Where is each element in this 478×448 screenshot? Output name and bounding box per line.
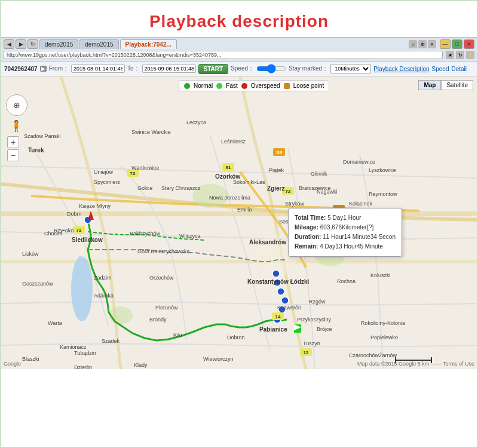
from-input[interactable] bbox=[71, 65, 125, 73]
extension-icon[interactable]: ⚡ bbox=[466, 51, 474, 59]
star-icon[interactable]: ☆ bbox=[409, 40, 417, 48]
svg-point-4 bbox=[192, 184, 228, 208]
duration-label: Duration: bbox=[295, 234, 321, 240]
street-view-person[interactable]: 🧍 bbox=[10, 119, 23, 133]
speed-tab[interactable]: Speed bbox=[432, 66, 449, 72]
bottom-area bbox=[1, 369, 477, 379]
google-watermark: Google bbox=[4, 361, 21, 367]
speed-label: Speed： bbox=[231, 65, 254, 73]
back-button[interactable]: ◀ bbox=[4, 39, 14, 49]
duration-value: 11 Hour14 Minute34 Secon bbox=[323, 234, 396, 240]
svg-point-11 bbox=[278, 306, 286, 313]
info-popup: Total Time: 5 Day1 Hour Mileage: 603.676… bbox=[288, 208, 402, 257]
settings-icon[interactable]: ⚙ bbox=[418, 40, 427, 48]
arrow-label: ▶ bbox=[40, 66, 47, 72]
legend-loose-dot bbox=[284, 83, 290, 89]
svg-point-3 bbox=[71, 256, 93, 321]
total-time-row: Total Time: 5 Day1 Hour bbox=[295, 213, 396, 223]
svg-rect-0 bbox=[1, 76, 477, 369]
map-legend: Normal Fast Overspeed Loose point bbox=[179, 80, 329, 91]
legend-overspeed-label: Overspeed bbox=[251, 82, 280, 89]
browser-chrome: ◀ ▶ ↻ demo2015 demo2015 Playback:7042...… bbox=[1, 37, 477, 62]
mileage-row: Mileage: 603.676Kilometer[?] bbox=[295, 223, 396, 232]
from-label: From： bbox=[49, 65, 69, 73]
tab-playback[interactable]: Playback:7042... bbox=[120, 39, 177, 49]
url-row: http://www.19gps.net/user/playback.html?… bbox=[4, 51, 474, 59]
mileage-value: 603.676Kilometer[?] bbox=[320, 224, 374, 231]
minimize-button[interactable]: — bbox=[440, 39, 451, 49]
mileage-label: Mileage: bbox=[295, 224, 318, 231]
browser-tabs-row: ◀ ▶ ↻ demo2015 demo2015 Playback:7042...… bbox=[4, 39, 474, 49]
page-wrapper: Playback description ◀ ▶ ↻ demo2015 demo… bbox=[0, 0, 478, 448]
legend-normal-label: Normal bbox=[194, 82, 213, 89]
detail-tab[interactable]: Detail bbox=[451, 66, 467, 72]
svg-text:14: 14 bbox=[275, 314, 281, 320]
satellite-btn[interactable]: Satellite bbox=[441, 80, 473, 90]
svg-point-6 bbox=[109, 306, 133, 324]
playback-desc-label[interactable]: Playback Description bbox=[373, 66, 429, 72]
map-copyright: Map data ©2015 Google 5 km —— Terms of U… bbox=[357, 361, 474, 367]
stay-marked-select[interactable]: 10Minutes bbox=[330, 64, 371, 73]
tab-demo2015-2[interactable]: demo2015 bbox=[79, 39, 118, 49]
refresh-button[interactable]: ↻ bbox=[27, 39, 38, 49]
tab-demo2015-1[interactable]: demo2015 bbox=[39, 39, 78, 49]
svg-text:72: 72 bbox=[286, 189, 291, 194]
legend-fast-label: Fast bbox=[226, 82, 237, 89]
legend-loose-label: Loose point bbox=[293, 82, 324, 89]
duration-row: Duration: 11 Hour14 Minute34 Secon bbox=[295, 232, 396, 242]
svg-text:72: 72 bbox=[76, 228, 82, 233]
compass-circle[interactable]: ⊕ bbox=[6, 94, 27, 116]
remain-label: Remain: bbox=[295, 243, 318, 250]
zoom-out-button[interactable]: − bbox=[7, 149, 19, 161]
remain-value: 4 Day13 Hour45 Minute bbox=[320, 243, 383, 250]
start-button[interactable]: START bbox=[198, 64, 229, 74]
close-button[interactable]: ✕ bbox=[464, 39, 474, 49]
svg-point-12 bbox=[281, 297, 289, 304]
to-label: To： bbox=[127, 65, 140, 73]
map-container[interactable]: 72 91 72 A1 S8 72 14 14 12 72 bbox=[1, 76, 477, 369]
svg-text:72: 72 bbox=[130, 171, 136, 176]
legend-overspeed-dot bbox=[241, 83, 247, 89]
maximize-button[interactable]: □ bbox=[452, 39, 462, 49]
zoom-in-button[interactable]: + bbox=[7, 136, 19, 148]
svg-text:S8: S8 bbox=[276, 150, 282, 155]
device-id: 7042962407 bbox=[4, 66, 38, 72]
stay-marked-label: Stay marked： bbox=[289, 65, 328, 73]
zoom-controls: + − bbox=[7, 136, 19, 161]
svg-point-14 bbox=[274, 279, 281, 286]
svg-text:91: 91 bbox=[226, 165, 231, 170]
svg-text:12: 12 bbox=[304, 350, 309, 355]
map-toolbar: 7042962407 ▶ From： To： START Speed： Stay… bbox=[1, 62, 477, 76]
map-type-buttons: Map Satellite bbox=[418, 80, 473, 90]
remain-row: Remain: 4 Day13 Hour45 Minute bbox=[295, 242, 396, 251]
legend-fast-dot bbox=[216, 83, 222, 89]
svg-point-13 bbox=[277, 288, 284, 295]
total-time-label: Total Time: bbox=[295, 214, 326, 221]
bookmark-icon[interactable]: ★ bbox=[446, 51, 454, 59]
menu-icon[interactable]: ≡ bbox=[428, 40, 436, 48]
legend-normal-dot bbox=[184, 83, 190, 89]
map-nav-compass[interactable]: ⊕ bbox=[6, 94, 27, 116]
map-btn[interactable]: Map bbox=[418, 80, 441, 90]
forward-button[interactable]: ▶ bbox=[16, 39, 26, 49]
url-bar[interactable]: http://www.19gps.net/user/playback.html?… bbox=[4, 51, 443, 59]
speed-slider[interactable] bbox=[256, 63, 286, 74]
total-time-value: 5 Day1 Hour bbox=[327, 214, 361, 221]
map-background: 72 91 72 A1 S8 72 14 14 12 72 bbox=[1, 76, 477, 369]
page-title: Playback description bbox=[1, 1, 477, 37]
refresh-small-icon[interactable]: ↻ bbox=[456, 51, 464, 59]
svg-point-15 bbox=[272, 270, 280, 277]
to-input[interactable] bbox=[142, 65, 196, 73]
